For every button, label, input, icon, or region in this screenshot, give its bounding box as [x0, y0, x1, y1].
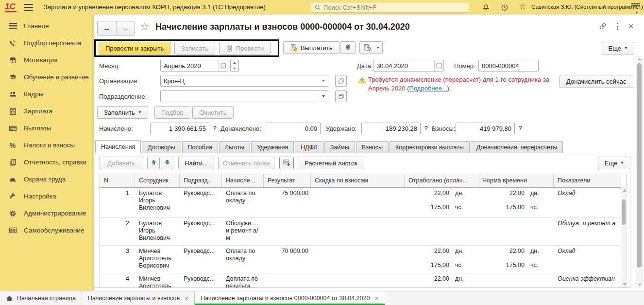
col-header-employee[interactable]: Сотрудник — [135, 174, 180, 187]
contributions-field[interactable] — [456, 123, 515, 134]
window-tab[interactable]: Начисление зарплаты и взносов × — [82, 291, 195, 305]
tab-contracts[interactable]: Договоры — [142, 141, 181, 153]
form-scrollbar-thumb[interactable] — [637, 63, 642, 268]
sidebar-item-reports[interactable]: Отчетность, справки — [0, 154, 92, 171]
withheld-input[interactable] — [362, 123, 420, 134]
details-link[interactable]: Подробнее... — [409, 85, 447, 92]
calendar-icon[interactable] — [219, 60, 228, 71]
organization-field[interactable] — [160, 75, 328, 87]
sidebar-item-salary[interactable]: Зарплата — [0, 103, 92, 120]
tab-contributions[interactable]: Взносы — [356, 141, 389, 153]
write-button[interactable]: Записать — [174, 42, 215, 54]
col-header-norm[interactable]: Норма времени — [478, 174, 554, 187]
number-field[interactable] — [478, 60, 539, 72]
close-tab-icon[interactable]: × — [185, 294, 188, 302]
cancel-search-button[interactable]: Отменить поиск — [218, 157, 274, 169]
contributions-input[interactable] — [456, 123, 514, 134]
tab-deductions[interactable]: Удержания — [251, 141, 294, 153]
sidebar-item-motivation[interactable]: Мотивация — [0, 52, 92, 69]
table-scrollbar[interactable] — [621, 187, 627, 287]
department-input[interactable] — [161, 91, 320, 102]
tab-privileges[interactable]: Льготы — [219, 141, 250, 153]
col-header-accrual[interactable]: Начисле... — [222, 174, 264, 187]
move-down-button[interactable] — [161, 157, 173, 169]
col-header-result[interactable]: Результат — [264, 174, 311, 187]
history-icon[interactable] — [499, 2, 509, 12]
tab-loans[interactable]: Займы — [324, 141, 355, 153]
post-and-close-button[interactable]: Провести и закрыть — [99, 42, 170, 54]
sidebar-item-self-service[interactable]: Самообслуживание — [0, 222, 92, 239]
tab-recalculations[interactable]: Доначисления, перерасчеты — [471, 141, 563, 153]
col-header-department[interactable]: Подразд... — [180, 174, 222, 187]
sidebar-item-payments[interactable]: Выплаты — [0, 120, 92, 137]
sidebar-item-recruiting[interactable]: Подбор персонала — [0, 35, 92, 52]
month-input[interactable] — [161, 60, 219, 71]
table-row[interactable]: 4 Минчев Аристотель Руководс... Доплата … — [100, 273, 621, 288]
table-row[interactable]: 1 Булатов Игорь Виленович Руководс... Оп… — [100, 188, 621, 218]
table-row[interactable]: 2 Булатов Игорь Виленович Руководс... Об… — [100, 218, 621, 246]
tab-accruals[interactable]: Начисления — [95, 140, 141, 153]
month-spinner[interactable] — [230, 60, 239, 72]
additional-input[interactable] — [266, 123, 320, 134]
payslip-button[interactable]: Расчетный листок — [298, 157, 364, 169]
sidebar-item-training[interactable]: Обучение и развитие — [0, 69, 92, 86]
chevron-down-icon[interactable] — [320, 75, 328, 86]
back-button[interactable]: ← — [98, 21, 116, 35]
post-button[interactable]: Провести — [219, 42, 271, 54]
department-field[interactable] — [160, 90, 328, 102]
accrued-field[interactable] — [150, 123, 209, 134]
close-icon[interactable]: × — [626, 21, 636, 31]
home-page-button[interactable]: Начальная страница — [0, 291, 82, 305]
col-header-indicators[interactable]: Показатели — [554, 174, 621, 187]
organization-input[interactable] — [161, 75, 320, 86]
col-header-discount[interactable]: Скидка по взносам — [311, 174, 405, 187]
more-button-top[interactable]: Еще — [602, 42, 634, 54]
column-settings-button[interactable] — [279, 157, 294, 169]
sidebar-item-settings[interactable]: Настройка — [0, 188, 92, 205]
service-menu-icon[interactable] — [631, 3, 640, 11]
tab-payment-adjustments[interactable]: Корректировки выплаты — [390, 141, 470, 153]
number-input[interactable] — [479, 60, 538, 71]
move-up-button[interactable] — [147, 157, 160, 169]
pick-button[interactable]: Подбор — [154, 106, 190, 119]
window-tab-active[interactable]: Начисление зарплаты и взносов 0000-00000… — [195, 291, 385, 305]
form-scrollbar[interactable] — [636, 56, 643, 288]
date-input[interactable] — [373, 60, 434, 71]
accrued-input[interactable] — [151, 123, 209, 134]
table-scrollbar-thumb[interactable] — [622, 199, 626, 225]
recalculate-now-button[interactable]: Доначислить сейчас — [559, 75, 633, 88]
notifications-bell-icon[interactable] — [481, 2, 491, 12]
pay-button[interactable]: Выплатить — [283, 41, 339, 54]
find-button[interactable]: Найти... — [178, 157, 214, 169]
get-link-icon[interactable] — [597, 21, 608, 31]
month-field[interactable] — [160, 60, 228, 72]
additional-field[interactable] — [266, 123, 321, 134]
forward-button[interactable]: → — [116, 21, 135, 35]
table-row[interactable]: 3 Минчев Аристотель Борисович Руководс..… — [100, 246, 621, 273]
close-tab-icon[interactable]: × — [374, 294, 378, 302]
attachments-button[interactable] — [340, 41, 356, 54]
organization-open-button[interactable] — [335, 75, 347, 87]
global-search[interactable] — [311, 2, 469, 13]
posting-mode-button[interactable] — [359, 41, 383, 54]
sidebar-item-administration[interactable]: Администрирование — [0, 205, 92, 222]
add-row-button[interactable]: Добавить — [100, 157, 143, 169]
fill-button[interactable]: Заполнить — [97, 106, 148, 119]
clear-button[interactable]: Очистить — [192, 106, 234, 119]
accrued-help[interactable]: ? — [213, 125, 217, 132]
sidebar-item-taxes[interactable]: % Налоги и взносы — [0, 137, 92, 154]
department-open-button[interactable] — [335, 90, 347, 102]
calendar-icon[interactable] — [434, 60, 443, 71]
withheld-field[interactable] — [361, 123, 421, 134]
chevron-down-icon[interactable] — [320, 91, 328, 102]
tab-benefits[interactable]: Пособия — [182, 141, 218, 153]
more-menu-icon[interactable] — [612, 21, 623, 31]
more-button-grid[interactable]: Еще — [598, 157, 630, 169]
current-user[interactable]: Савинская З.Ю. (Системный программист) — [531, 4, 643, 10]
favorite-star-icon[interactable]: ☆ — [140, 20, 150, 33]
sidebar-item-main[interactable]: Главное — [0, 18, 92, 35]
withheld-help[interactable]: ? — [424, 125, 428, 132]
main-menu-icon[interactable] — [24, 4, 33, 11]
sidebar-item-hr[interactable]: Кадры — [0, 86, 92, 103]
favorites-star-icon[interactable]: ☆ — [518, 1, 527, 11]
